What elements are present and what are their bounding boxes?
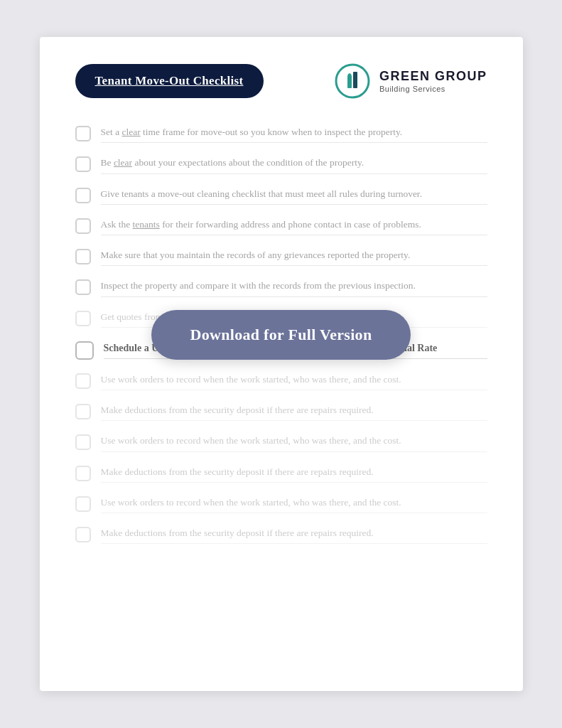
item-text-14: Make deductions from the security deposi…	[101, 526, 487, 544]
svg-rect-2	[353, 72, 357, 88]
item-text-1: Set a clear time frame for move-out so y…	[101, 125, 487, 143]
list-item: Make deductions from the security deposi…	[75, 403, 487, 421]
checkbox-13[interactable]	[75, 496, 91, 512]
list-item: Make sure that you maintain the records …	[75, 248, 487, 266]
checkbox-9[interactable]	[75, 373, 91, 389]
item-text-2: Be clear about your expectations about t…	[101, 156, 487, 173]
checkbox-10[interactable]	[75, 404, 91, 419]
download-button[interactable]: Download for Full Version	[151, 310, 411, 360]
item-text-12: Make deductions from the security deposi…	[101, 465, 487, 483]
company-name: GREEN GROUP	[379, 69, 487, 85]
svg-point-0	[336, 65, 369, 97]
item-text-4: Ask the tenants for their forwarding add…	[101, 218, 487, 235]
header: Tenant Move-Out Checklist GREEN GROUP Bu…	[75, 63, 487, 100]
checkbox-8[interactable]	[75, 341, 94, 360]
list-item: Be clear about your expectations about t…	[75, 156, 487, 173]
checkbox-11[interactable]	[75, 434, 91, 450]
item-text-13: Use work orders to record when the work …	[101, 496, 487, 513]
checklist-area: Set a clear time frame for move-out so y…	[75, 125, 487, 544]
item-text-10: Make deductions from the security deposi…	[101, 403, 487, 421]
checkbox-1[interactable]	[75, 126, 91, 141]
list-item: Give tenants a move-out cleaning checkli…	[75, 187, 487, 205]
list-item: Use work orders to record when the work …	[75, 496, 487, 513]
page-container: Tenant Move-Out Checklist GREEN GROUP Bu…	[40, 37, 523, 691]
page-title: Tenant Move-Out Checklist	[95, 74, 244, 87]
list-item: Use work orders to record when the work …	[75, 373, 487, 390]
list-item: Ask the tenants for their forwarding add…	[75, 218, 487, 235]
svg-rect-1	[347, 75, 352, 88]
list-item: Use work orders to record when the work …	[75, 434, 487, 451]
checkbox-3[interactable]	[75, 188, 91, 203]
checkbox-14[interactable]	[75, 527, 91, 542]
list-item: Make deductions from the security deposi…	[75, 465, 487, 483]
item-text-3: Give tenants a move-out cleaning checkli…	[101, 187, 487, 205]
item-text-11: Use work orders to record when the work …	[101, 434, 487, 451]
title-badge: Tenant Move-Out Checklist	[75, 64, 264, 98]
company-subtitle: Building Services	[379, 85, 487, 93]
checkbox-12[interactable]	[75, 466, 91, 481]
logo-text: GREEN GROUP Building Services	[379, 69, 487, 93]
item-text-9: Use work orders to record when the work …	[101, 373, 487, 390]
list-item: Make deductions from the security deposi…	[75, 526, 487, 544]
list-item: Inspect the property and compare it with…	[75, 279, 487, 296]
checkbox-4[interactable]	[75, 218, 91, 234]
checkbox-2[interactable]	[75, 156, 91, 172]
checkbox-6[interactable]	[75, 279, 91, 295]
company-logo-icon	[334, 63, 371, 100]
logo-area: GREEN GROUP Building Services	[334, 63, 487, 100]
checkbox-7[interactable]	[75, 311, 91, 326]
list-item: Set a clear time frame for move-out so y…	[75, 125, 487, 143]
item-text-6: Inspect the property and compare it with…	[101, 279, 487, 296]
checkbox-5[interactable]	[75, 249, 91, 264]
item-text-5: Make sure that you maintain the records …	[101, 248, 487, 266]
